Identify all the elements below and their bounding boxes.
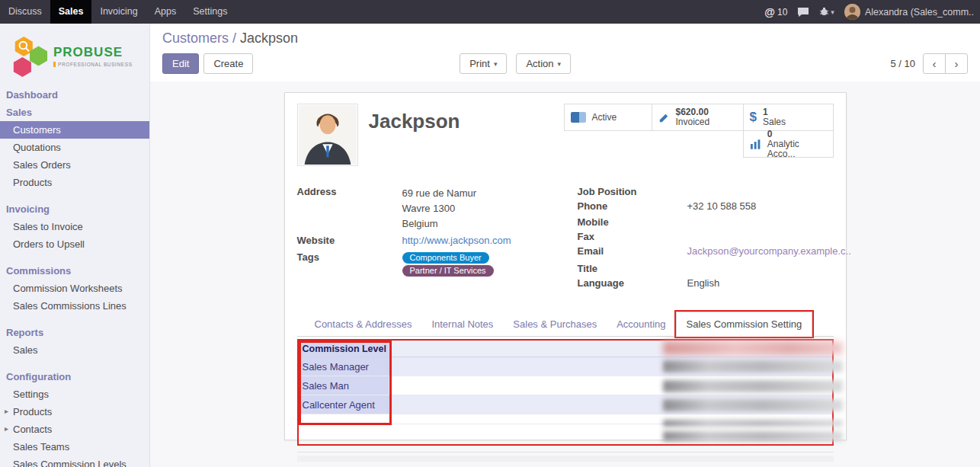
sidebar-item-label: Contacts [13,424,52,435]
tab-internal-notes[interactable]: Internal Notes [421,312,503,336]
breadcrumb: Customers/Jackpson [150,24,980,46]
tab-accounting[interactable]: Accounting [607,312,675,336]
tag-components-buyer: Components Buyer [402,252,489,264]
caret-down-icon: ▾ [494,60,498,68]
breadcrumb-separator: / [232,30,236,46]
user-menu[interactable]: Alexandra (Sales_comm.. [844,4,974,20]
empty-list-band [297,456,834,462]
sidebar-heading-reports[interactable]: Reports [0,324,149,341]
sidebar-item-config-products[interactable]: ▸ Products [0,403,149,421]
stat-buttons: Active $620.00 Invoiced $ [565,104,834,158]
language-value: English [687,277,720,289]
website-label: Website [297,235,402,247]
sidebar-item-sales-orders[interactable]: Sales Orders [0,156,149,174]
active-toggle-icon [571,112,586,123]
logo-title: PROBUSE [53,45,133,60]
address-line-3: Belgium [402,216,477,232]
sidebar-heading-sales[interactable]: Sales [0,104,149,121]
analytic-label: Analytic Acco... [767,139,827,159]
tags-value: Components Buyer Partner / IT Services [402,251,494,277]
sidebar-item-settings[interactable]: Settings [0,385,149,403]
commission-table: Commission Level Sales Manager Sales Man… [297,339,834,446]
sidebar-item-config-contacts[interactable]: ▸ Contacts [0,421,149,438]
sidebar: PROBUSE PROFESSIONAL BUSINESS Dashboard … [0,24,150,467]
redacted-blur [663,420,843,427]
customer-name-title: Jackpson [369,110,460,133]
analytic-stat-button[interactable]: 0 Analytic Acco... [743,130,834,158]
form-fields: Address 69 rue de Namur Wavre 1300 Belgi… [297,186,834,292]
sidebar-heading-commissions[interactable]: Commissions [0,262,149,280]
menu-apps[interactable]: Apps [146,0,185,24]
address-value: 69 rue de Namur Wavre 1300 Belgium [402,186,477,232]
sidebar-item-sales-teams[interactable]: Sales Teams [0,438,149,456]
tags-label: Tags [297,251,402,277]
create-button[interactable]: Create [203,53,253,74]
control-panel: Edit Create Print ▾ Action ▾ 5 / 10 ‹ › [150,46,980,82]
mention-count: 10 [777,7,787,18]
active-stat-button[interactable]: Active [564,104,652,131]
sidebar-item-customers[interactable]: Customers [0,121,149,139]
chevron-right-icon[interactable]: ▸ [5,407,8,415]
caret-down-icon: ▾ [831,8,834,16]
email-link[interactable]: Jackpson@yourcompany.example.c.. [687,245,851,257]
job-position-label: Job Position [578,186,687,198]
sidebar-heading-dashboard[interactable]: Dashboard [0,86,149,104]
menu-sales[interactable]: Sales [50,0,92,24]
redacted-blur-header [663,341,843,355]
probuse-logo-icon [11,34,49,77]
fax-label: Fax [578,231,687,243]
user-name: Alexandra (Sales_comm.. [865,7,974,18]
menu-settings[interactable]: Settings [184,0,235,24]
chevron-left-icon: ‹ [933,57,937,70]
sales-stat-button[interactable]: $ 1 Sales [743,104,834,131]
sidebar-item-products[interactable]: Products [0,174,149,191]
commission-level-cell: Sales Man [299,376,389,395]
chevron-right-icon[interactable]: ▸ [5,424,8,433]
menu-discuss[interactable]: Discuss [0,0,50,24]
invoiced-stat-button[interactable]: $620.00 Invoiced [652,104,744,131]
sidebar-item-reports-sales[interactable]: Sales [0,341,149,359]
website-link[interactable]: http://www.jackpson.com [402,235,511,247]
tab-sales-commission-setting[interactable]: Sales Commission Setting [676,312,813,337]
sidebar-heading-configuration[interactable]: Configuration [0,368,149,385]
sidebar-nav: Dashboard Sales Customers Quotations Sal… [0,86,149,467]
sidebar-item-quotations[interactable]: Quotations [0,139,149,156]
sidebar-item-commission-worksheets[interactable]: Commission Worksheets [0,280,149,297]
dollar-icon: $ [750,110,757,125]
probuse-logo[interactable]: PROBUSE PROFESSIONAL BUSINESS [0,24,149,86]
mobile-label: Mobile [578,216,687,229]
mentions-counter[interactable]: @ 10 [764,6,787,18]
pager-previous-button[interactable]: ‹ [923,53,946,74]
commission-level-cell: Callcenter Agent [299,395,389,414]
notebook-tabs: Contacts & Addresses Internal Notes Sale… [297,312,834,337]
sidebar-item-orders-to-upsell[interactable]: Orders to Upsell [0,235,149,253]
redacted-blur [663,380,843,392]
column-header-commission-level[interactable]: Commission Level [299,341,389,357]
menu-invoicing[interactable]: Invoicing [91,0,146,24]
edit-button[interactable]: Edit [162,53,199,74]
sidebar-item-sales-to-invoice[interactable]: Sales to Invoice [0,218,149,235]
content-area: Jackpson Active $620.00 Invoiced [150,82,980,467]
pencil-icon [658,112,670,123]
pager-next-button[interactable]: › [945,53,968,74]
print-dropdown-button[interactable]: Print ▾ [460,53,507,74]
print-label: Print [469,58,490,69]
sidebar-item-sales-commission-levels[interactable]: Sales Commission Levels [0,456,149,467]
sidebar-item-sales-commissions-lines[interactable]: Sales Commissions Lines [0,297,149,315]
caret-down-icon: ▾ [558,60,562,68]
breadcrumb-current-record: Jackpson [240,30,298,46]
tab-contacts-addresses[interactable]: Contacts & Addresses [305,312,422,336]
tab-sales-purchases[interactable]: Sales & Purchases [503,312,607,336]
chat-icon[interactable] [797,7,809,18]
breadcrumb-customers-link[interactable]: Customers [162,30,229,46]
redacted-blur [663,431,843,441]
sidebar-heading-invoicing[interactable]: Invoicing [0,200,149,218]
mention-icon: @ [764,6,775,18]
bug-icon [819,7,829,17]
empty-list-row [297,446,834,453]
action-dropdown-button[interactable]: Action ▾ [516,53,571,74]
phone-value: +32 10 588 558 [687,200,757,213]
customer-photo[interactable] [297,104,358,166]
debug-menu[interactable]: ▾ [819,7,834,17]
sales-label: Sales [763,117,786,127]
